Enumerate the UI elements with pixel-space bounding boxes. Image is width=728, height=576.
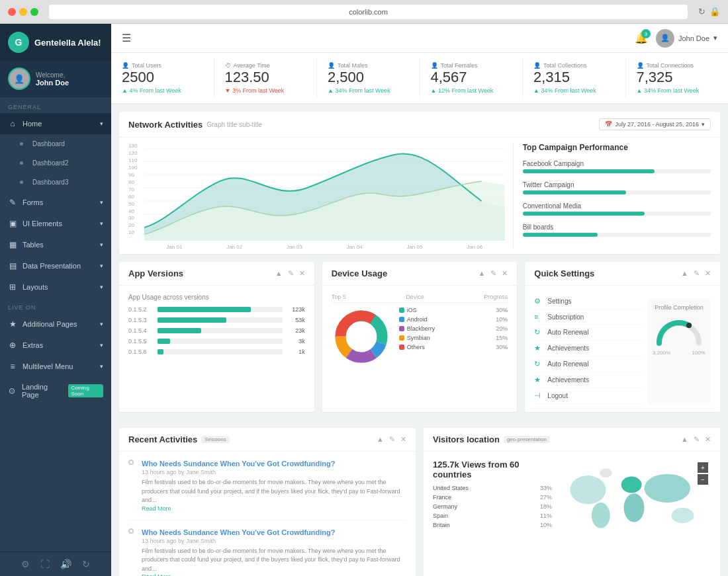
activity-content-0: Who Needs Sundance When You've Got Crowd… <box>142 460 406 512</box>
topnav: ☰ 🔔 3 👤 John Doe ▾ <box>111 24 728 53</box>
hamburger-menu[interactable]: ☰ <box>122 32 131 44</box>
visitors-stats: 125.7k Views from 60 countries United St… <box>433 460 552 548</box>
sidebar-item-tables[interactable]: ▦ Tables ▾ <box>0 234 111 255</box>
sidebar-user-avatar: 👤 <box>8 67 30 90</box>
stat-label-2: 👤 Total Males <box>328 62 409 69</box>
sidebar-item-forms[interactable]: ✎ Forms ▾ <box>0 192 111 213</box>
close-icon-5[interactable]: ✕ <box>705 435 711 444</box>
collection-icon: 👤 <box>533 62 541 69</box>
qs-item-4[interactable]: ↻ Auto Renewal <box>534 356 642 372</box>
version-label-2: 0.1.5.4 <box>128 327 154 334</box>
app-versions-section-label: App Usage across versions <box>128 294 305 301</box>
close-icon-4[interactable]: ✕ <box>400 435 406 444</box>
app: G Gentelella Alela! 👤 Welcome, John Doe … <box>0 24 728 576</box>
collapse-icon-4[interactable]: ▲ <box>377 435 384 444</box>
campaign-name-3: Bill boards <box>523 224 711 231</box>
dot-green[interactable] <box>30 8 38 16</box>
activity-title-0[interactable]: Who Needs Sundance When You've Got Crowd… <box>142 460 406 468</box>
content-area: Network Activities Graph title sub-title… <box>111 104 728 576</box>
close-icon-2[interactable]: ✕ <box>502 269 508 278</box>
map-zoom-in[interactable]: + <box>698 462 708 473</box>
qs-item-2[interactable]: ↻ Auto Renewal <box>534 325 642 341</box>
country-item-0: United States 33% <box>433 485 552 491</box>
refresh-bottom-icon[interactable]: ↻ <box>82 559 90 569</box>
collapse-icon-3[interactable]: ▲ <box>681 269 688 278</box>
network-activities-header: Network Activities Graph title sub-title… <box>119 112 720 138</box>
legend-dot-0 <box>399 308 404 313</box>
legend-name-3: Symbian <box>407 335 430 341</box>
sidebar-item-multilevel[interactable]: ≡ Multilevel Menu ▾ <box>0 356 111 377</box>
legend-pct-0: 30% <box>496 307 508 313</box>
sidebar-item-ui-elements[interactable]: ▣ UI Elements ▾ <box>0 213 111 234</box>
qs-item-1[interactable]: ≡ Subscription <box>534 309 642 325</box>
sidebar-item-layouts[interactable]: ⊞ Layouts ▾ <box>0 276 111 298</box>
collapse-icon-5[interactable]: ▲ <box>681 435 688 444</box>
sidebar-item-extras[interactable]: ⊕ Extras ▾ <box>0 335 111 356</box>
qs-label-5: Achievements <box>547 376 589 384</box>
sidebar-extras-label: Extras <box>23 341 43 349</box>
notification-icon[interactable]: 🔔 3 <box>635 32 648 44</box>
collapse-icon[interactable]: ▲ <box>275 269 283 278</box>
close-icon-3[interactable]: ✕ <box>705 269 711 278</box>
version-count-0: 123k <box>287 306 305 313</box>
collapse-icon-2[interactable]: ▲ <box>478 269 485 278</box>
volume-icon[interactable]: 🔊 <box>60 559 71 569</box>
recent-activities-actions: ▲ ✎ ✕ <box>377 435 406 444</box>
chevron-date: ▾ <box>702 121 705 128</box>
close-icon[interactable]: ✕ <box>299 269 305 278</box>
sidebar-item-dashboard2[interactable]: Dashboard2 <box>0 153 111 173</box>
expand-icon[interactable]: ⛶ <box>40 559 50 569</box>
activity-title-1[interactable]: Who Needs Sundance When You've Got Crowd… <box>142 528 406 536</box>
sidebar-item-dashboard3[interactable]: Dashboard3 <box>0 173 111 192</box>
sidebar-item-additional-pages[interactable]: ★ Additional Pages ▾ <box>0 313 111 335</box>
edit-icon-3[interactable]: ✎ <box>694 269 700 278</box>
campaign-section: Top Campaign Performance Facebook Campai… <box>513 143 711 249</box>
chevron-down-icon3: ▾ <box>100 220 103 227</box>
activity-radio-1 <box>128 528 134 534</box>
sidebar-item-landing[interactable]: ⊙ Landing Page Coming Soon <box>0 377 111 405</box>
edit-icon-2[interactable]: ✎ <box>490 269 496 278</box>
dot-yellow[interactable] <box>19 8 27 16</box>
sidebar-item-data-presentation[interactable]: ▤ Data Presentation ▾ <box>0 255 111 276</box>
qs-item-5[interactable]: ★ Achievements <box>534 372 642 388</box>
user-dropdown[interactable]: 👤 John Doe ▾ <box>656 29 717 48</box>
stat-change-0: ▲ 4% From last Week <box>122 87 203 94</box>
qs-item-3[interactable]: ★ Achievements <box>534 341 642 356</box>
svg-point-19 <box>644 474 690 503</box>
sidebar-item-home[interactable]: ⌂ Home ▾ <box>0 113 111 134</box>
qs-item-0[interactable]: ⚙ Settings <box>534 294 642 309</box>
stat-value-4: 2,315 <box>533 69 615 86</box>
sidebar-welcome: Welcome, <box>36 71 65 79</box>
svg-point-15 <box>570 475 606 504</box>
refresh-icon[interactable]: ↻ <box>698 7 705 17</box>
dot-red[interactable] <box>8 8 16 16</box>
qs-item-6[interactable]: ⊣ Logout <box>534 388 642 404</box>
settings-bottom-icon[interactable]: ⚙ <box>21 559 30 569</box>
device-usage-header: Device Usage ▲ ✎ ✕ <box>322 262 518 286</box>
country-item-2: Germany 18% <box>433 503 552 510</box>
edit-icon[interactable]: ✎ <box>288 269 294 278</box>
activity-read-more-1[interactable]: Read More <box>142 573 406 576</box>
sidebar-item-dashboard[interactable]: Dashboard <box>0 134 111 153</box>
edit-icon-4[interactable]: ✎ <box>389 435 395 444</box>
map-zoom-out[interactable]: − <box>698 474 708 485</box>
activity-read-more-0[interactable]: Read More <box>142 505 406 512</box>
version-bar-bg-2 <box>158 328 283 333</box>
legend-item-3: Symbian 15% <box>399 335 508 341</box>
recent-activities-body: Who Needs Sundance When You've Got Crowd… <box>119 452 416 576</box>
sidebar-user-info: Welcome, John Doe <box>36 71 69 87</box>
edit-icon-5[interactable]: ✎ <box>694 435 700 444</box>
sidebar-bottom: ⚙ ⛶ 🔊 ↻ <box>0 552 111 576</box>
stat-value-1: 123.50 <box>225 69 306 86</box>
legend-item-0: iOS 30% <box>399 307 508 313</box>
campaign-bar-bg-3 <box>523 233 711 237</box>
notification-badge: 3 <box>641 29 651 38</box>
gauge-svg <box>653 313 705 347</box>
sidebar-username: John Doe <box>36 79 69 87</box>
quick-settings-actions: ▲ ✎ ✕ <box>681 269 711 278</box>
stat-label-1: ⏱ Average Time <box>225 62 306 69</box>
network-activities-subtitle: Graph title sub-title <box>206 121 262 128</box>
achievements-icon-2: ★ <box>534 376 543 384</box>
date-range-button[interactable]: 📅 July 27, 2016 - August 25, 2016 ▾ <box>599 118 711 130</box>
app-versions-title: App Versions <box>128 268 183 278</box>
